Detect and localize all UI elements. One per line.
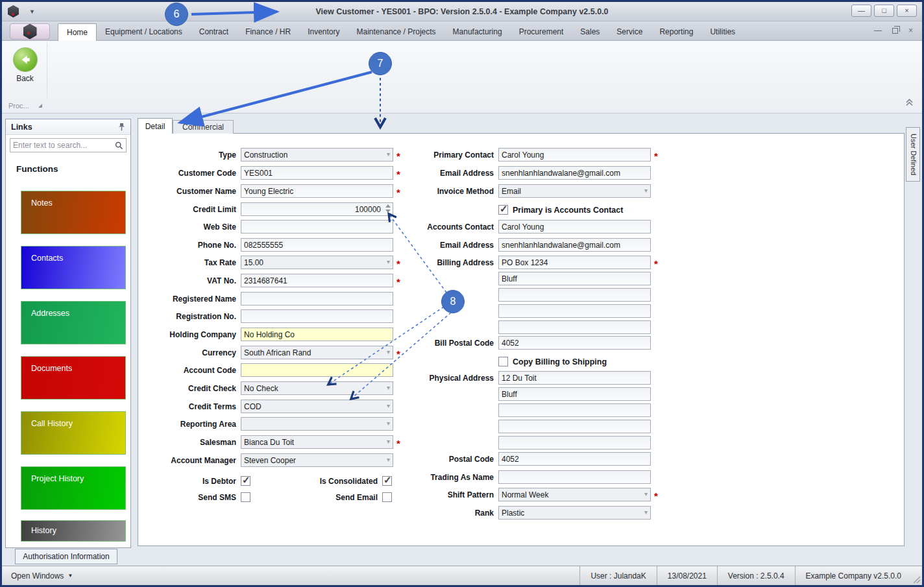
required-marker: * (396, 187, 400, 198)
dialog-launcher-icon[interactable] (38, 104, 42, 108)
physical-address-line-1[interactable]: 12 Du Toit (498, 371, 651, 385)
reporting-area-dropdown[interactable]: ▾ (241, 417, 393, 431)
account-code-field[interactable] (241, 363, 393, 377)
physical-address-line-4[interactable] (498, 420, 651, 433)
dropdown-arrow-icon: ▾ (387, 258, 390, 265)
back-arrow-icon (18, 53, 32, 67)
tab-inventory[interactable]: Inventory (299, 23, 348, 41)
dropdown-arrow-icon: ▾ (387, 348, 390, 355)
field-label: Bill Postal Code (404, 339, 494, 348)
close-button[interactable]: × (897, 5, 917, 17)
tab-contract[interactable]: Contract (191, 23, 237, 41)
tab-service[interactable]: Service (608, 23, 651, 41)
credit-terms-dropdown[interactable]: COD▾ (241, 400, 393, 413)
function-button-addresses[interactable]: Addresses (21, 301, 126, 344)
rank-dropdown[interactable]: Plastic▾ (498, 506, 651, 520)
is-consolidated-checkbox[interactable] (382, 476, 392, 486)
customer-code-field[interactable]: YES001 (241, 166, 393, 180)
send-sms-checkbox[interactable] (241, 492, 250, 502)
vat-no-field[interactable]: 2314687641 (241, 274, 393, 287)
tab-utilities[interactable]: Utilities (701, 23, 744, 41)
open-windows-button[interactable]: Open Windows ▼ (11, 571, 73, 581)
salesman-dropdown[interactable]: Bianca Du Toit▾ (241, 435, 393, 449)
customer-name-field[interactable]: Young Electric (241, 184, 393, 198)
tax-rate-dropdown[interactable]: 15.00▾ (241, 256, 393, 269)
tab-finance-hr[interactable]: Finance / HR (237, 23, 299, 41)
shift-pattern-dropdown[interactable]: Normal Week▾ (498, 488, 651, 501)
trading-as-name-field[interactable] (498, 470, 651, 484)
field-label: Salesman (147, 438, 236, 447)
holding-company-field[interactable]: No Holding Co (241, 328, 393, 341)
tab-maintenance-projects[interactable]: Maintenance / Projects (348, 23, 444, 41)
search-input[interactable] (13, 141, 115, 150)
required-marker: * (654, 490, 658, 501)
status-bar: Open Windows ▼ User : JulandaK 13/08/202… (2, 566, 922, 585)
field-label: Trading As Name (404, 473, 494, 482)
web-site-field[interactable] (241, 220, 393, 234)
resize-grip-icon[interactable] (912, 566, 922, 586)
phone-no-field[interactable]: 082555555 (241, 238, 393, 252)
accounts-email-field[interactable]: snenhlanhlandwalane@gmail.com (498, 238, 651, 252)
tab-reporting[interactable]: Reporting (651, 23, 701, 41)
tab-equipment-locations[interactable]: Equipment / Locations (97, 23, 191, 41)
pin-icon[interactable] (118, 123, 125, 131)
registration-no-field[interactable] (241, 309, 393, 323)
billing-address-line-3[interactable] (498, 288, 651, 302)
tab-detail[interactable]: Detail (138, 118, 173, 134)
function-button-project-history[interactable]: Project History (21, 466, 126, 510)
type-dropdown[interactable]: Construction▾ (241, 148, 393, 162)
primary-contact-field[interactable]: Carol Young (498, 148, 651, 162)
functions-title: Functions (16, 164, 130, 174)
tab-procurement[interactable]: Procurement (511, 23, 572, 41)
function-button-documents[interactable]: Documents (21, 356, 126, 400)
credit-limit-spinner[interactable]: 100000 (241, 202, 393, 216)
billing-address-line-5[interactable] (498, 320, 651, 334)
tab-sales[interactable]: Sales (572, 23, 608, 41)
mdi-minimize-icon[interactable]: — (874, 26, 882, 35)
dropdown-arrow-icon: ▾ (644, 490, 648, 497)
account-manager-dropdown[interactable]: Steven Cooper▾ (241, 453, 393, 467)
open-windows-caret-icon: ▼ (67, 573, 73, 579)
dropdown-arrow-icon: ▾ (387, 438, 390, 445)
primary-email-field[interactable]: snenhlanhlandwalane@gmail.com (498, 166, 651, 180)
function-button-contacts[interactable]: Contacts (21, 246, 126, 289)
ribbon-tabs: Home Equipment / Locations Contract Fina… (58, 21, 744, 41)
billing-address-line-4[interactable] (498, 304, 651, 318)
tab-commercial[interactable]: Commercial (173, 120, 234, 134)
physical-address-line-5[interactable] (498, 436, 651, 449)
tab-manufacturing[interactable]: Manufacturing (444, 23, 511, 41)
tab-home[interactable]: Home (58, 23, 97, 41)
function-button-history[interactable]: History (21, 520, 126, 542)
mdi-close-icon[interactable]: × (908, 26, 913, 35)
mdi-restore-icon[interactable] (892, 28, 898, 34)
copy-billing-to-shipping-checkbox[interactable] (498, 357, 508, 366)
registered-name-field[interactable] (241, 292, 393, 305)
is-debtor-checkbox[interactable] (241, 476, 250, 486)
physical-address-line-3[interactable] (498, 403, 651, 417)
back-button[interactable] (13, 47, 38, 72)
function-button-notes[interactable]: Notes (21, 191, 126, 234)
tab-user-defined[interactable]: User Defined (906, 127, 920, 182)
credit-check-dropdown[interactable]: No Check▾ (241, 381, 393, 395)
invoice-method-dropdown[interactable]: Email▾ (498, 184, 651, 198)
collapse-ribbon-icon[interactable] (905, 98, 914, 106)
search-icon[interactable] (115, 141, 123, 150)
maximize-button[interactable]: □ (874, 5, 894, 17)
application-button[interactable] (10, 23, 50, 40)
physical-address-line-2[interactable]: Bluff (498, 387, 651, 401)
back-button-label: Back (3, 74, 47, 83)
postal-code-field[interactable]: 4052 (498, 452, 651, 466)
billing-address-line-2[interactable]: Bluff (498, 272, 651, 285)
app-window: ▼ View Customer - YES001 - BPO: Version … (0, 0, 924, 587)
minimize-button[interactable]: — (851, 5, 871, 17)
billing-address-line-1[interactable]: PO Box 1234 (498, 256, 651, 269)
authorisation-information-tab[interactable]: Authorisation Information (15, 549, 117, 564)
send-email-checkbox[interactable] (382, 492, 392, 502)
bill-postal-code-field[interactable]: 4052 (498, 336, 651, 350)
currency-dropdown[interactable]: South African Rand▾ (241, 346, 393, 359)
field-label: VAT No. (147, 276, 236, 285)
accounts-contact-field[interactable]: Carol Young (498, 220, 651, 234)
primary-is-accounts-checkbox[interactable] (498, 205, 508, 215)
function-button-call-history[interactable]: Call History (21, 411, 126, 455)
spinner-arrows-icon[interactable] (385, 204, 391, 213)
